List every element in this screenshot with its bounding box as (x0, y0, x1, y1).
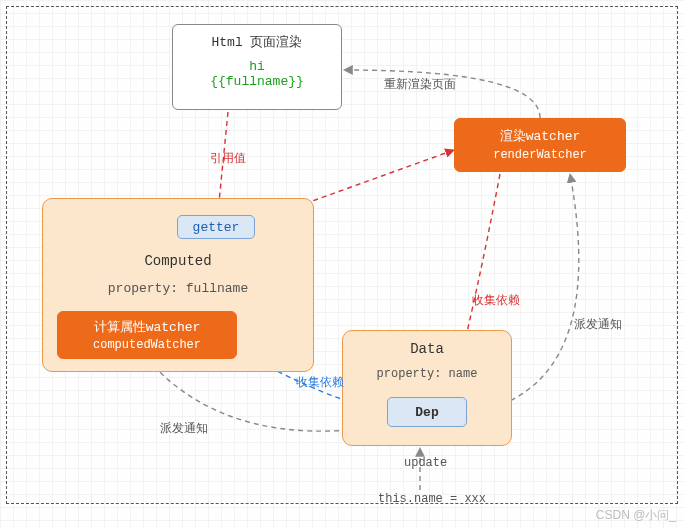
label-collect-deps-red: 收集依赖 (472, 292, 520, 309)
render-watcher-sub: renderWatcher (455, 148, 625, 162)
label-assignment: this.name = xxx (378, 492, 486, 506)
computed-property: property: fullname (43, 281, 313, 296)
computed-watcher-box: 计算属性watcher computedWatcher (57, 311, 237, 359)
label-ref-value: 引用值 (210, 150, 246, 167)
data-box-title: Data (343, 341, 511, 357)
label-dispatch-left: 派发通知 (160, 420, 208, 437)
data-box-property: property: name (343, 367, 511, 381)
computed-title: Computed (43, 253, 313, 269)
data-box: Data property: name Dep (342, 330, 512, 446)
label-update: update (404, 456, 447, 470)
getter-pill: getter (177, 215, 255, 239)
label-dispatch-right: 派发通知 (574, 316, 622, 333)
label-collect-deps-blue: 收集依赖 (296, 374, 344, 391)
html-box-line2: {{fullname}} (173, 74, 341, 89)
watermark: CSDN @小问_ (596, 507, 676, 524)
label-rerender: 重新渲染页面 (384, 76, 456, 93)
render-watcher-box: 渲染watcher renderWatcher (454, 118, 626, 172)
html-box-title: Html 页面渲染 (173, 33, 341, 51)
computed-watcher-sub: computedWatcher (58, 338, 236, 352)
dep-pill: Dep (387, 397, 467, 427)
computed-watcher-title: 计算属性watcher (58, 318, 236, 336)
render-watcher-title: 渲染watcher (455, 127, 625, 145)
computed-box: getter Computed property: fullname 计算属性w… (42, 198, 314, 372)
html-box-line1: hi (173, 59, 341, 74)
html-render-box: Html 页面渲染 hi {{fullname}} (172, 24, 342, 110)
